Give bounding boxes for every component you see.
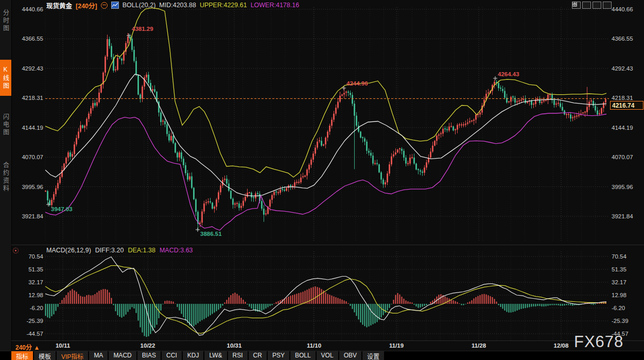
last-price-tag: 4216.74 [610,101,643,110]
trading-app-window: 分时图K线图闪电图合约资料 现货黄金 [240分] BOLL(20,2) MID… [0,0,644,360]
chart-canvas[interactable] [0,0,644,360]
toolbar-item-PSY[interactable]: PSY [268,351,289,360]
macd-tick-left: -25.39 [14,318,43,324]
price-annotation: 3886.51 [200,231,222,237]
toolbar-item-CR[interactable]: CR [249,351,267,360]
toolbar-item-BIAS[interactable]: BIAS [137,351,161,360]
main-price-tick-right: 4070.07 [612,154,633,160]
macd-tick-right: 32.17 [612,279,626,285]
main-price-tick-left: 4144.19 [14,125,43,131]
x-axis-date: 10/31 [227,342,242,349]
toolbar-item-LW&[interactable]: LW& [204,351,227,360]
macd-header: MACD(26,12,9) DIFF:3.20 DEA:1.38 MACD:3.… [46,247,193,254]
toolbar-item-模板[interactable]: 模板 [34,351,56,360]
macd-tick-left: 70.54 [14,253,43,260]
toolbar-item-指标[interactable]: 指标 [11,351,33,360]
macd-tick-right: -25.39 [612,318,629,324]
macd-tick-left: -6.20 [14,305,43,311]
main-price-tick-right: 4218.31 [612,95,633,101]
main-price-tick-right: 4292.43 [612,65,633,72]
price-annotation: 4381.29 [132,26,153,32]
macd-dea-value: DEA:1.38 [128,247,155,254]
toolbar-item-MACD[interactable]: MACD [109,351,136,360]
main-price-tick-left: 4218.31 [14,95,43,101]
macd-tick-right: -6.20 [612,305,625,311]
price-annotation: 4264.43 [498,71,519,77]
toolbar-item-VIP指标[interactable]: VIP指标 [57,351,88,360]
macd-tick-right: 12.98 [612,292,626,298]
main-price-tick-left: 3921.84 [14,213,43,219]
main-price-tick-right: 3995.96 [612,184,633,190]
main-price-tick-right: 4144.19 [612,125,633,131]
price-annotation: 3947.03 [51,206,73,212]
toolbar-item-设置[interactable]: 设置 [362,351,384,360]
toolbar-item-OBV[interactable]: OBV [339,351,361,360]
indicator-toolbar: 指标模板VIP指标MAMACDBIASCCIKDJLW&RSICRPSYBOLL… [11,351,384,360]
x-axis-date: 10/11 [56,342,70,349]
toolbar-item-MA[interactable]: MA [89,351,108,360]
main-price-tick-right: 3921.84 [612,213,633,219]
x-axis-date: 12/08 [554,342,569,349]
x-axis-date: 10/22 [141,342,155,349]
macd-tick-right: 51.35 [612,266,626,272]
period-selector[interactable]: 240分 ▲ [15,342,40,351]
main-price-tick-left: 4366.55 [14,36,43,42]
main-price-tick-left: 4292.43 [14,65,43,72]
triangle-up-icon: ▲ [33,344,40,351]
toolbar-item-VOL[interactable]: VOL [317,351,338,360]
main-price-tick-left: 4070.07 [14,154,43,160]
toolbar-item-KDJ[interactable]: KDJ [183,351,204,360]
macd-tick-right: 70.54 [612,253,626,260]
main-price-tick-right: 4366.55 [612,36,633,42]
watermark: FX678 [574,333,623,351]
toolbar-item-BOLL[interactable]: BOLL [290,351,316,360]
main-price-tick-left: 3995.96 [14,184,43,190]
macd-macd-value: MACD:3.63 [160,247,193,254]
main-price-tick-left: 4440.66 [14,6,43,12]
macd-tick-left: -44.57 [14,331,43,337]
macd-tick-left: 32.17 [14,279,43,285]
macd-diff-value: DIFF:3.20 [95,247,124,254]
x-axis-date: 11/19 [389,342,404,349]
main-price-tick-right: 4440.66 [612,6,633,12]
macd-params: MACD(26,12,9) [46,247,91,254]
indicator-dot-icon[interactable] [13,248,19,253]
macd-tick-left: 51.35 [14,266,43,272]
toolbar-item-RSI[interactable]: RSI [228,351,248,360]
toolbar-item-CCI[interactable]: CCI [162,351,182,360]
price-annotation: 4244.96 [346,80,368,87]
x-axis-date: 11/28 [472,342,486,349]
macd-tick-left: 12.98 [14,292,43,298]
x-axis-date: 11/10 [307,342,321,349]
